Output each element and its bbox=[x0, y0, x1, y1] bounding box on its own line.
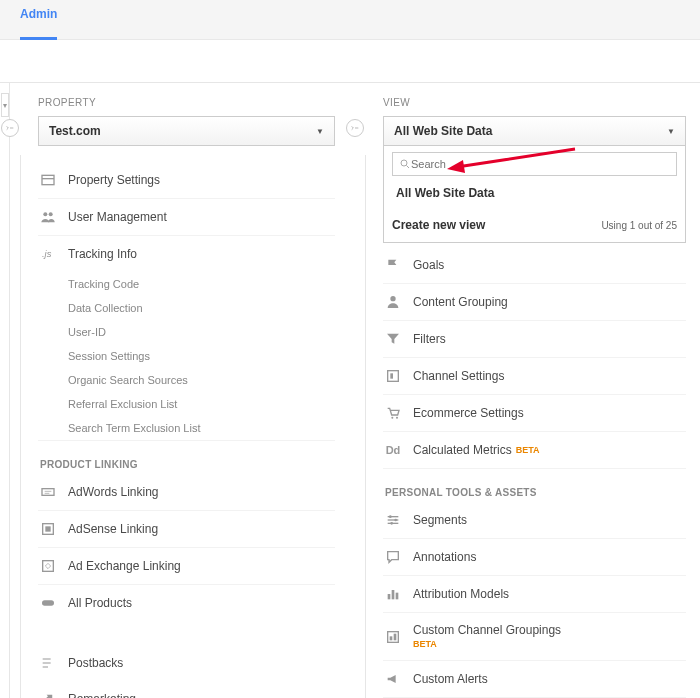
label: Annotations bbox=[413, 550, 476, 564]
tracking-sub-item[interactable]: Tracking Code bbox=[68, 272, 335, 296]
create-new-view-link[interactable]: Create new view bbox=[392, 218, 485, 232]
property-selected-label: Test.com bbox=[49, 124, 101, 138]
funnel-icon bbox=[385, 331, 401, 347]
label: All Products bbox=[68, 596, 132, 610]
channel-icon bbox=[385, 368, 401, 384]
property-column: PROPERTY Test.com ▼ Property Settings Us… bbox=[10, 83, 355, 698]
svg-point-17 bbox=[390, 296, 395, 301]
svg-rect-33 bbox=[394, 633, 397, 640]
view-selected-label: All Web Site Data bbox=[394, 124, 492, 138]
content-grouping-item[interactable]: Content Grouping bbox=[383, 284, 686, 321]
remarketing-item[interactable]: Remarketing bbox=[38, 681, 335, 698]
channel-settings-item[interactable]: Channel Settings bbox=[383, 358, 686, 395]
all-products-item[interactable]: All Products bbox=[38, 585, 335, 621]
adsense-linking-item[interactable]: AdSense Linking bbox=[38, 511, 335, 548]
adexchange-linking-item[interactable]: Ad Exchange Linking bbox=[38, 548, 335, 585]
view-header: VIEW bbox=[383, 97, 686, 108]
search-input[interactable] bbox=[411, 158, 670, 170]
column-add-button[interactable] bbox=[346, 119, 364, 137]
label: Attribution Models bbox=[413, 587, 509, 601]
property-selector[interactable]: Test.com ▼ bbox=[38, 116, 335, 146]
tracking-sub-item[interactable]: Organic Search Sources bbox=[68, 368, 335, 392]
label: Custom Channel Groupings bbox=[413, 623, 561, 639]
tab-admin[interactable]: Admin bbox=[20, 0, 57, 40]
svg-rect-0 bbox=[42, 175, 54, 184]
view-menu: Goals Content Grouping Filters Channel S… bbox=[383, 247, 686, 698]
cart-icon bbox=[385, 405, 401, 421]
calculated-metrics-item[interactable]: Dd Calculated Metrics BETA bbox=[383, 432, 686, 469]
caret-down-icon: ▼ bbox=[316, 127, 324, 136]
flag-icon bbox=[385, 257, 401, 273]
tracking-sub-item[interactable]: Referral Exclusion List bbox=[68, 392, 335, 416]
label: Ad Exchange Linking bbox=[68, 559, 181, 573]
label: AdSense Linking bbox=[68, 522, 158, 536]
view-selector[interactable]: All Web Site Data ▼ bbox=[383, 116, 686, 146]
tracking-sub-item[interactable]: Data Collection bbox=[68, 296, 335, 320]
user-management-item[interactable]: User Management bbox=[38, 199, 335, 236]
ccg-item[interactable]: Custom Channel Groupings BETA bbox=[383, 613, 686, 661]
tracking-sub-item[interactable]: Session Settings bbox=[68, 344, 335, 368]
beta-badge: BETA bbox=[413, 639, 561, 651]
view-search-box[interactable] bbox=[392, 152, 677, 176]
attribution-item[interactable]: Attribution Models bbox=[383, 576, 686, 613]
svg-point-13 bbox=[401, 160, 407, 166]
top-bar: Admin bbox=[0, 0, 700, 40]
exchange-icon bbox=[40, 558, 56, 574]
bars-icon bbox=[385, 586, 401, 602]
label: Tracking Info bbox=[68, 247, 137, 261]
svg-point-2 bbox=[43, 212, 47, 216]
view-option[interactable]: All Web Site Data bbox=[392, 176, 677, 210]
caret-down-icon: ▼ bbox=[667, 127, 675, 136]
label: Content Grouping bbox=[413, 295, 508, 309]
label: Calculated Metrics bbox=[413, 443, 512, 457]
tracking-sub-item[interactable]: Search Term Exclusion List bbox=[68, 416, 335, 440]
svg-rect-9 bbox=[45, 526, 50, 531]
svg-point-20 bbox=[391, 417, 393, 419]
product-linking-label: PRODUCT LINKING bbox=[38, 441, 335, 474]
postbacks-item[interactable]: Postbacks bbox=[38, 645, 335, 681]
svg-text:.js: .js bbox=[42, 249, 52, 259]
svg-point-25 bbox=[389, 515, 392, 518]
label: Remarketing bbox=[68, 692, 136, 698]
property-header: PROPERTY bbox=[38, 97, 335, 108]
group-icon bbox=[385, 629, 401, 645]
ecommerce-settings-item[interactable]: Ecommerce Settings bbox=[383, 395, 686, 432]
tracking-sub-item[interactable]: User-ID bbox=[68, 320, 335, 344]
search-icon bbox=[399, 158, 411, 170]
property-menu: Property Settings User Management .js Tr… bbox=[38, 162, 335, 621]
account-caret[interactable]: ▾ bbox=[1, 93, 9, 117]
property-extras: Postbacks Remarketing Dd Custom Definiti… bbox=[38, 645, 335, 698]
chat-icon bbox=[385, 549, 401, 565]
label: Channel Settings bbox=[413, 369, 504, 383]
svg-rect-11 bbox=[42, 600, 54, 605]
personal-tools-label: PERSONAL TOOLS & ASSETS bbox=[383, 469, 686, 502]
view-dropdown-panel: All Web Site Data Create new view Using … bbox=[383, 146, 686, 243]
goals-item[interactable]: Goals bbox=[383, 247, 686, 284]
dd-icon: Dd bbox=[385, 442, 401, 458]
person-icon bbox=[385, 294, 401, 310]
main-area: ▾ PROPERTY Test.com ▼ Property Settings … bbox=[0, 82, 700, 698]
code-icon: .js bbox=[40, 246, 56, 262]
tracking-info-item[interactable]: .js Tracking Info bbox=[38, 236, 335, 272]
column-add-button[interactable] bbox=[1, 119, 19, 137]
spacer bbox=[0, 40, 700, 82]
remarketing-icon bbox=[40, 691, 56, 698]
custom-alerts-item[interactable]: Custom Alerts bbox=[383, 661, 686, 698]
megaphone-icon bbox=[385, 671, 401, 687]
view-usage-count: Using 1 out of 25 bbox=[601, 220, 677, 231]
divider-line bbox=[365, 155, 366, 698]
annotations-item[interactable]: Annotations bbox=[383, 539, 686, 576]
postback-icon bbox=[40, 655, 56, 671]
label: Postbacks bbox=[68, 656, 123, 670]
property-settings-item[interactable]: Property Settings bbox=[38, 162, 335, 199]
filters-item[interactable]: Filters bbox=[383, 321, 686, 358]
adwords-linking-item[interactable]: AdWords Linking bbox=[38, 474, 335, 511]
create-view-row: Create new view Using 1 out of 25 bbox=[392, 210, 677, 232]
label: User Management bbox=[68, 210, 167, 224]
svg-rect-5 bbox=[42, 489, 54, 496]
label: Custom Alerts bbox=[413, 672, 488, 686]
account-stub-column: ▾ bbox=[0, 83, 10, 698]
segments-item[interactable]: Segments bbox=[383, 502, 686, 539]
users-icon bbox=[40, 209, 56, 225]
adwords-icon bbox=[40, 484, 56, 500]
